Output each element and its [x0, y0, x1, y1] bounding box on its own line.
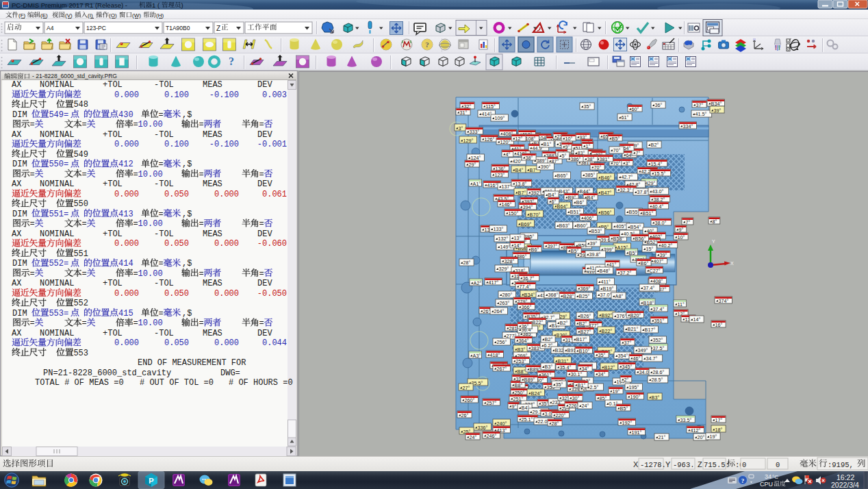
svg-text:333°: 333°	[470, 129, 480, 135]
svg-text:411°: 411°	[601, 279, 611, 285]
svg-text:B51°: B51°	[643, 210, 654, 216]
svg-text:18°: 18°	[715, 427, 723, 433]
svg-text:AX: AX	[12, 329, 21, 338]
svg-text:B1°: B1°	[578, 382, 586, 388]
svg-text:39.8°: 39.8°	[589, 251, 601, 258]
svg-text:B2°: B2°	[545, 336, 553, 342]
svg-text:# OF HOURS =0: # OF HOURS =0	[229, 378, 293, 388]
svg-text:DIM: DIM	[12, 309, 27, 318]
svg-text:190°: 190°	[630, 394, 641, 400]
svg-text:552=: 552=	[49, 259, 68, 268]
svg-text:42.7°: 42.7°	[622, 174, 633, 180]
svg-text:33.5°: 33.5°	[680, 417, 692, 423]
svg-text:548: 548	[73, 100, 88, 110]
svg-text:35°: 35°	[556, 381, 563, 388]
svg-text:B34°: B34°	[524, 292, 535, 298]
svg-text:0.000: 0.000	[114, 140, 139, 149]
svg-text:NOMINAL: NOMINAL	[40, 130, 74, 140]
svg-text:133°: 133°	[494, 226, 504, 232]
svg-text:354°: 354°	[618, 353, 628, 359]
svg-text:77.4°: 77.4°	[520, 284, 531, 290]
svg-text:123°: 123°	[495, 172, 505, 178]
svg-text:35°: 35°	[598, 352, 606, 358]
svg-text:0.100: 0.100	[164, 90, 189, 100]
svg-text:A3°: A3°	[473, 353, 481, 359]
svg-text:AX: AX	[12, 179, 21, 189]
svg-text:10.00: 10.00	[138, 219, 163, 229]
svg-text:=: =	[259, 120, 264, 129]
svg-text:2°: 2°	[624, 377, 629, 383]
svg-text:41°: 41°	[609, 262, 617, 268]
svg-text:P: P	[149, 477, 153, 485]
svg-text:37°: 37°	[696, 102, 704, 108]
svg-text:220°: 220°	[556, 412, 566, 418]
svg-text:Y: Y	[665, 460, 671, 468]
svg-text:B46°: B46°	[601, 175, 612, 181]
svg-text:11°: 11°	[678, 301, 685, 308]
svg-text:13°: 13°	[514, 235, 522, 241]
svg-text:-0.050: -0.050	[257, 289, 287, 299]
svg-text:41.5°: 41.5°	[695, 111, 707, 117]
svg-text:10.00: 10.00	[138, 269, 163, 279]
svg-text:36°: 36°	[522, 323, 529, 329]
svg-text:195°: 195°	[629, 384, 639, 390]
svg-text:=: =	[259, 318, 264, 328]
svg-text:+TOL: +TOL	[103, 229, 123, 239]
svg-text:+TOL: +TOL	[103, 279, 123, 288]
svg-text:DEV: DEV	[257, 329, 272, 338]
svg-text:374°: 374°	[719, 298, 729, 304]
svg-text:A1°: A1°	[473, 181, 481, 187]
svg-text:246°: 246°	[487, 433, 497, 439]
svg-text:394°: 394°	[523, 204, 533, 210]
svg-text:B55°: B55°	[629, 209, 640, 215]
svg-text:B2°: B2°	[560, 320, 568, 326]
svg-text:38°: 38°	[526, 155, 533, 161]
svg-text:37.2°: 37.2°	[620, 270, 632, 276]
svg-text:36°: 36°	[655, 102, 663, 108]
svg-text:368°: 368°	[548, 292, 559, 298]
svg-text:30°: 30°	[572, 395, 580, 401]
svg-text:21°: 21°	[659, 434, 666, 440]
svg-text:B69°: B69°	[521, 221, 532, 227]
svg-text:- 21-8228_6000_std_cavity.PRG: - 21-8228_6000_std_cavity.PRG	[32, 73, 117, 79]
svg-text:DIM: DIM	[12, 259, 27, 268]
svg-text:+TOL: +TOL	[103, 329, 123, 338]
svg-text:0.000: 0.000	[214, 190, 239, 199]
svg-text:34°: 34°	[582, 366, 589, 372]
svg-text:5°: 5°	[562, 153, 567, 159]
svg-text:34: 34	[765, 473, 771, 480]
svg-text:39°: 39°	[660, 252, 667, 258]
svg-text:Z: Z	[698, 460, 702, 468]
svg-text:70°: 70°	[613, 147, 621, 153]
svg-text:15°: 15°	[646, 246, 654, 252]
svg-text:38.2°: 38.2°	[654, 197, 665, 203]
svg-text:35°: 35°	[541, 401, 549, 407]
svg-text:263°: 263°	[500, 300, 510, 306]
svg-text:30.1°: 30.1°	[571, 371, 583, 377]
svg-text:0.003: 0.003	[262, 90, 287, 100]
svg-text:=: =	[158, 309, 163, 318]
svg-text:B28°: B28°	[563, 293, 574, 299]
svg-text:0.061: 0.061	[262, 190, 287, 199]
svg-text:553=: 553=	[49, 309, 68, 318]
svg-text:=: =	[199, 269, 203, 279]
svg-text:549: 549	[73, 150, 88, 160]
svg-text:B22°: B22°	[602, 328, 613, 334]
svg-text:DEV: DEV	[257, 179, 272, 189]
svg-text:280°: 280°	[502, 292, 513, 298]
svg-text:B22°: B22°	[533, 319, 544, 325]
svg-text:B3°: B3°	[545, 364, 553, 370]
svg-text:B1°: B1°	[544, 141, 552, 147]
svg-text:37°: 37°	[624, 340, 632, 346]
svg-text:B27°: B27°	[580, 329, 591, 335]
svg-text:B5°: B5°	[612, 136, 620, 142]
svg-text:?: ?	[229, 55, 234, 67]
svg-text:369°: 369°	[580, 286, 591, 292]
svg-text:B47°: B47°	[601, 190, 612, 196]
svg-text:°C: °C	[772, 474, 778, 480]
svg-text:B6°: B6°	[641, 260, 649, 266]
svg-text:DIM: DIM	[12, 160, 27, 169]
svg-text:=: =	[158, 210, 163, 219]
svg-text:-TOL: -TOL	[154, 179, 174, 189]
svg-text:NOMINAL: NOMINAL	[40, 80, 74, 90]
